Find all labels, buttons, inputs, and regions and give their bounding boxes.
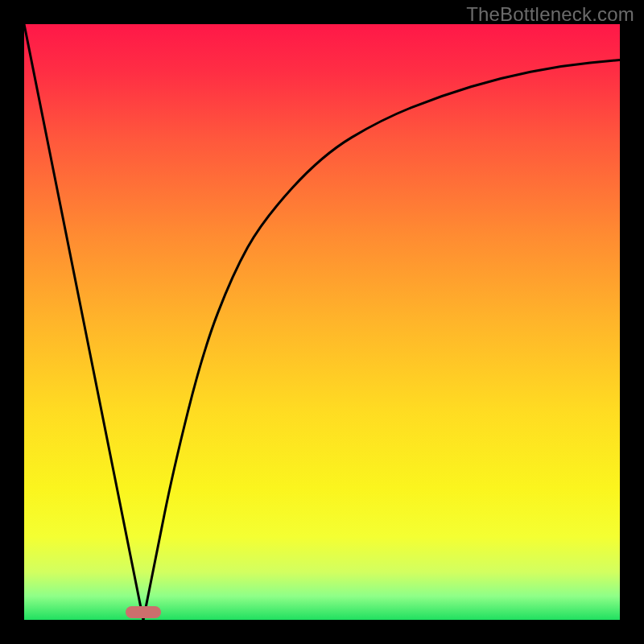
plot-area — [24, 24, 620, 620]
bottleneck-curve-right — [143, 60, 620, 620]
watermark-text: TheBottleneck.com — [466, 3, 634, 26]
curve-svg — [24, 24, 620, 620]
chart-frame: TheBottleneck.com — [0, 0, 644, 644]
bottleneck-curve-left — [24, 24, 143, 620]
optimal-range-marker — [126, 606, 161, 618]
